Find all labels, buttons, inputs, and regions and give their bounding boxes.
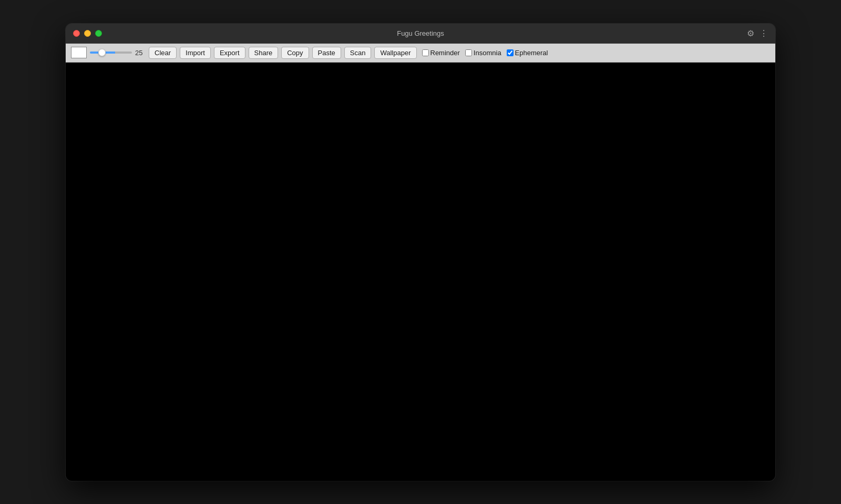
import-button[interactable]: Import: [180, 47, 211, 59]
ephemeral-text: Ephemeral: [515, 49, 548, 57]
insomnia-checkbox[interactable]: [465, 49, 472, 56]
toolbar: 25 Clear Import Export Share Copy Paste …: [66, 44, 775, 63]
paste-button[interactable]: Paste: [312, 47, 341, 59]
traffic-lights: [73, 30, 102, 37]
titlebar: Fugu Greetings ⚙ ⋮: [66, 24, 775, 44]
color-swatch[interactable]: [71, 47, 87, 58]
wallpaper-button[interactable]: Wallpaper: [374, 47, 416, 59]
export-button[interactable]: Export: [214, 47, 245, 59]
canvas-area[interactable]: [66, 63, 775, 481]
menu-icon[interactable]: ⋮: [760, 28, 768, 38]
close-button[interactable]: [73, 30, 80, 37]
size-slider[interactable]: [90, 52, 132, 54]
copy-button[interactable]: Copy: [281, 47, 309, 59]
checkbox-group: Reminder Insomnia Ephemeral: [422, 49, 548, 57]
reminder-checkbox[interactable]: [422, 49, 429, 56]
minimize-button[interactable]: [84, 30, 91, 37]
slider-container: 25: [90, 49, 146, 57]
ephemeral-label[interactable]: Ephemeral: [507, 49, 548, 57]
reminder-label[interactable]: Reminder: [422, 49, 460, 57]
reminder-text: Reminder: [430, 49, 460, 57]
clear-button[interactable]: Clear: [149, 47, 177, 59]
window-title: Fugu Greetings: [397, 29, 444, 37]
insomnia-text: Insomnia: [474, 49, 501, 57]
app-window: Fugu Greetings ⚙ ⋮ 25 Clear Import Expor…: [66, 24, 775, 481]
ephemeral-checkbox[interactable]: [507, 49, 514, 56]
scan-button[interactable]: Scan: [344, 47, 372, 59]
puzzle-icon[interactable]: ⚙: [747, 28, 754, 38]
maximize-button[interactable]: [95, 30, 102, 37]
slider-value: 25: [135, 49, 146, 57]
share-button[interactable]: Share: [249, 47, 279, 59]
insomnia-label[interactable]: Insomnia: [465, 49, 501, 57]
titlebar-actions: ⚙ ⋮: [747, 28, 768, 38]
